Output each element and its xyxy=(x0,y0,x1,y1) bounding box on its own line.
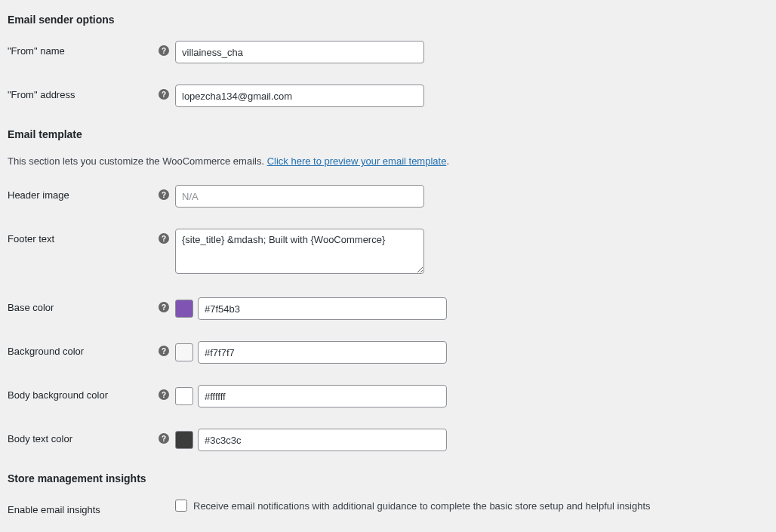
body-bg-color-swatch[interactable] xyxy=(175,387,193,405)
enable-insights-label: Enable email insights xyxy=(8,500,159,515)
base-color-swatch[interactable] xyxy=(175,300,193,318)
help-icon[interactable]: ? xyxy=(159,45,169,56)
header-image-input[interactable] xyxy=(175,185,424,208)
footer-text-input[interactable]: {site_title} &mdash; Built with {WooComm… xyxy=(175,229,424,274)
from-name-input[interactable] xyxy=(175,41,424,63)
from-address-input[interactable] xyxy=(175,85,424,107)
background-color-label: Background color xyxy=(8,341,159,357)
body-text-color-swatch[interactable] xyxy=(175,431,193,449)
footer-text-label: Footer text xyxy=(8,229,159,244)
section-heading-sender: Email sender options xyxy=(8,14,768,26)
header-image-label: Header image xyxy=(8,185,159,201)
body-text-color-label: Body text color xyxy=(8,429,159,444)
preview-template-link[interactable]: Click here to preview your email templat… xyxy=(267,155,447,167)
body-bg-color-label: Body background color xyxy=(8,385,159,401)
help-icon[interactable]: ? xyxy=(159,89,169,100)
background-color-swatch[interactable] xyxy=(175,343,193,361)
enable-insights-description: Receive email notifications with additio… xyxy=(193,500,651,512)
base-color-input[interactable] xyxy=(198,297,447,320)
help-icon[interactable]: ? xyxy=(159,302,169,312)
help-icon[interactable]: ? xyxy=(159,189,169,200)
help-icon[interactable]: ? xyxy=(159,433,169,444)
body-text-color-input[interactable] xyxy=(198,429,447,451)
help-icon[interactable]: ? xyxy=(159,389,169,400)
section-heading-insights: Store management insights xyxy=(8,472,768,484)
enable-insights-checkbox[interactable] xyxy=(175,500,187,512)
help-icon[interactable]: ? xyxy=(159,346,169,356)
background-color-input[interactable] xyxy=(198,341,447,364)
section-heading-template: Email template xyxy=(8,128,768,140)
template-description: This section lets you customize the WooC… xyxy=(8,155,768,167)
help-icon[interactable]: ? xyxy=(159,233,169,244)
from-name-label: "From" name xyxy=(8,41,159,57)
base-color-label: Base color xyxy=(8,297,159,313)
body-bg-color-input[interactable] xyxy=(198,385,447,407)
from-address-label: "From" address xyxy=(8,85,159,100)
